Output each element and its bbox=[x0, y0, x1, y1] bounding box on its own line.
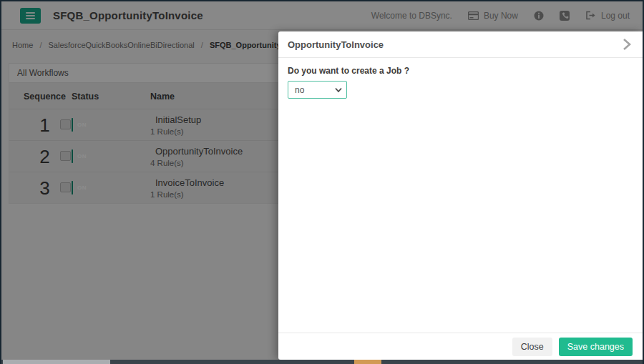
taskbar-search-sliver bbox=[3, 360, 110, 364]
create-job-select-wrap: no bbox=[288, 81, 347, 99]
close-button[interactable]: Close bbox=[512, 338, 552, 356]
modal-title: OpportunityToInvoice bbox=[288, 39, 384, 50]
save-changes-button[interactable]: Save changes bbox=[559, 338, 633, 356]
modal-header: OpportunityToInvoice bbox=[278, 31, 643, 58]
taskbar-app-sliver bbox=[354, 360, 381, 364]
chevron-right-icon[interactable] bbox=[621, 38, 631, 51]
create-job-select[interactable]: no bbox=[288, 81, 347, 99]
workflow-settings-modal: OpportunityToInvoice Do you want to crea… bbox=[278, 31, 643, 360]
modal-body: Do you want to create a Job ? no bbox=[278, 58, 643, 333]
app-window: SFQB_OpportunityToInvoice Welcome to DBS… bbox=[0, 0, 644, 364]
modal-footer: Close Save changes bbox=[278, 333, 643, 360]
taskbar-strip bbox=[1, 360, 643, 364]
create-job-question-label: Do you want to create a Job ? bbox=[288, 66, 633, 76]
